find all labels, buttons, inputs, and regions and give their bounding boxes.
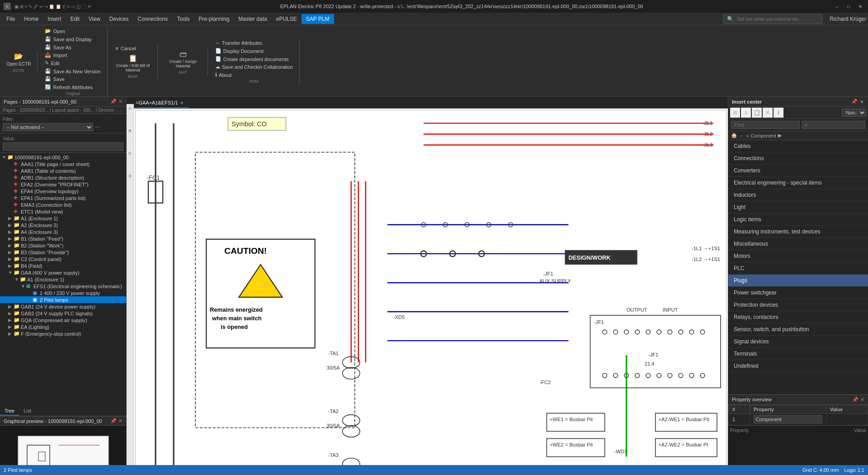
tree-item-ema3[interactable]: ✚ EMA3 (Connection list) — [0, 201, 126, 208]
filter-select[interactable]: – Not activated – — [3, 123, 93, 131]
tree-item-a1enc[interactable]: ▼ 📁 A1 (Enclosure 1) — [0, 276, 126, 283]
menu-view[interactable]: View — [84, 14, 105, 24]
nav-back-icon[interactable]: ← — [739, 133, 744, 138]
tab-gaa-efs1[interactable]: =GAA+A1&EFS1/1 ✕ — [130, 98, 189, 108]
tree-item-a1[interactable]: ▶ 📁 A1 (Enclosure 1) — [0, 215, 126, 222]
tree-item-f[interactable]: ▶ 📁 F (Emergency-stop control) — [0, 330, 126, 337]
nav-forward-icon[interactable]: ▶ — [778, 133, 782, 138]
tree-item-root[interactable]: ▼ 📁 1000098191-epl-000_00 — [0, 154, 126, 161]
category-sensor-switch[interactable]: Sensor, switch, and pushbutton — [728, 323, 868, 336]
filter-options-icon[interactable]: ⋯ — [95, 124, 100, 130]
tree-item-efs1[interactable]: ▼ ⊞ EFS1 (Electrical engineering schemat… — [0, 283, 126, 290]
tree-item-epa1[interactable]: ✚ EPA1 (Summarized parts list) — [0, 195, 126, 201]
create-dependent-button[interactable]: 📑 Create dependent documents — [212, 55, 296, 63]
preview-close-icon[interactable]: ✕ — [118, 418, 123, 424]
create-edit-bom-button[interactable]: 📋 Create / Edit Bill of Material — [112, 52, 154, 74]
edit-button[interactable]: ✎ Edit — [42, 59, 103, 67]
category-connections[interactable]: Connections — [728, 152, 868, 165]
filter-value-input[interactable] — [3, 142, 123, 151]
menu-edit[interactable]: Edit — [66, 14, 84, 24]
tree-item-b3[interactable]: ▶ 📁 B3 (Station "Provide") — [0, 249, 126, 256]
category-signal-devices[interactable]: Signal devices — [728, 336, 868, 348]
category-measuring[interactable]: Measuring instruments, test devices — [728, 226, 868, 238]
transfer-attrs-button[interactable]: ↔ Transfer Attributes — [212, 39, 296, 47]
maximize-button[interactable]: □ — [844, 2, 853, 10]
open-ectr-button[interactable]: 📂 Open ECTR — [4, 51, 33, 68]
category-electrical-engineering[interactable]: Electrical engineering - special items — [728, 177, 868, 189]
tree-item-gab1[interactable]: ▶ 📁 GAB1 (24 V device power supply) — [0, 303, 126, 310]
menu-epulse[interactable]: ePULSE — [272, 14, 302, 24]
category-cables[interactable]: Cables — [728, 140, 868, 152]
tree-item-aab1[interactable]: ✚ AAB1 (Table of contents) — [0, 167, 126, 174]
toolbar-info-btn[interactable]: ℹ — [774, 108, 783, 118]
category-protection-devices[interactable]: Protection devices — [728, 299, 868, 311]
toolbar-grid-btn[interactable]: ⊞ — [730, 108, 740, 118]
tree-item-gqa[interactable]: ▶ 📁 GQA (Compressed air supply) — [0, 317, 126, 323]
tree-item-aaa1[interactable]: ✚ AAA1 (Title page / cover sheet) — [0, 161, 126, 167]
tree-item-a2[interactable]: ▶ 📁 A2 (Enclosure 2) — [0, 222, 126, 228]
about-button[interactable]: ℹ About — [212, 71, 296, 79]
save-button[interactable]: 💾 Save — [42, 75, 103, 83]
menu-masterdata[interactable]: Master data — [234, 14, 271, 24]
category-light[interactable]: Light — [728, 201, 868, 214]
toolbar-list-btn[interactable]: ≡ — [741, 108, 751, 118]
search-box[interactable]: 🔍 — [723, 14, 822, 24]
category-inductors[interactable]: Inductors — [728, 189, 868, 201]
category-motors[interactable]: Motors — [728, 250, 868, 262]
create-assign-material-button[interactable]: 🗃 Create / Assign Material — [162, 49, 204, 70]
category-miscellaneous[interactable]: Miscellaneous — [728, 238, 868, 250]
category-plc[interactable]: PLC — [728, 262, 868, 275]
search-input[interactable] — [736, 16, 809, 22]
tab-list[interactable]: List — [19, 407, 36, 416]
tab-tree[interactable]: Tree — [0, 407, 19, 416]
tree-item-a4[interactable]: ▶ 📁 A4 (Enclosure 3) — [0, 228, 126, 235]
right-find-input[interactable] — [731, 121, 800, 129]
category-terminals[interactable]: Terminals — [728, 348, 868, 360]
tree-item-etc1[interactable]: ✚ ETC1 (Model view) — [0, 208, 126, 215]
minimize-button[interactable]: – — [833, 2, 841, 10]
category-power-switchgear[interactable]: Power switchgear — [728, 287, 868, 299]
category-converters[interactable]: Converters — [728, 165, 868, 177]
category-undefined[interactable]: Undefined — [728, 360, 868, 372]
close-button[interactable]: ✕ — [856, 2, 864, 10]
save-checkin-button[interactable]: ☁ Save and Checkin Collaboration — [212, 63, 296, 71]
open-button[interactable]: 📂 Open — [42, 27, 103, 35]
category-plugs[interactable]: Plugs — [728, 275, 868, 287]
nav-component-label[interactable]: Component — [750, 133, 776, 138]
tab-close-icon[interactable]: ✕ — [180, 100, 184, 105]
save-as-new-button[interactable]: 💾 Save As New Version — [42, 67, 103, 75]
import-button[interactable]: 📥 Import — [42, 51, 103, 59]
tree-item-page1[interactable]: ▣ 1 400 / 230 V power supply — [0, 290, 126, 296]
toolbar-copy-btn[interactable]: 📋 — [752, 108, 762, 118]
prop-overview-pin[interactable]: 📌 — [852, 397, 859, 403]
menu-connections[interactable]: Connections — [133, 14, 173, 24]
tree-item-ea[interactable]: ▶ 📁 EA (Lighting) — [0, 323, 126, 330]
insert-center-pin-icon[interactable]: 📌 — [851, 99, 858, 104]
menu-insert[interactable]: Insert — [43, 14, 66, 24]
category-relays-contactors[interactable]: Relays, contactors — [728, 311, 868, 323]
tree-item-gab2[interactable]: ▶ 📁 GAB2 (24 V supply PLC signals) — [0, 310, 126, 317]
prop-edit-component[interactable]: Component — [754, 415, 822, 423]
menu-home[interactable]: Home — [19, 14, 43, 24]
refresh-attrs-button[interactable]: 🔄 Refresh Attributes — [42, 83, 103, 91]
save-as-button[interactable]: 💾 Save As — [42, 43, 103, 51]
menu-file[interactable]: File — [2, 14, 19, 24]
schematic-canvas[interactable]: Symbol: CO -2L1 -2L2 -2L3 -FC1 — [134, 109, 728, 475]
menu-sapplm[interactable]: SAP PLM — [302, 14, 334, 24]
tree-item-adb1[interactable]: ✚ ADB1 (Structure description) — [0, 174, 126, 181]
panel-close-icon[interactable]: ✕ — [118, 99, 123, 104]
right-find-input2[interactable] — [802, 121, 865, 129]
tree-item-gaa[interactable]: ▼ 📁 GAA (400 V power supply) — [0, 269, 126, 276]
tree-item-b1[interactable]: ▶ 📁 B1 (Station "Feed") — [0, 235, 126, 242]
panel-pin-icon[interactable]: 📌 — [110, 99, 117, 104]
prop-overview-close[interactable]: ✕ — [860, 397, 864, 403]
tree-item-b4[interactable]: ▶ 📁 B4 (Field) — [0, 262, 126, 269]
tree-item-c2[interactable]: ▶ 📁 C2 (Control panel) — [0, 256, 126, 262]
display-doc-button[interactable]: 📄 Display Document — [212, 47, 296, 55]
menu-tools[interactable]: Tools — [172, 14, 194, 24]
save-display-button[interactable]: 💾 Save and Display — [42, 35, 103, 43]
nav-home-icon[interactable]: 🏠 — [731, 133, 737, 138]
insert-center-options-icon[interactable]: ▼ — [859, 99, 864, 104]
window-controls[interactable]: – □ ✕ — [833, 2, 864, 10]
tree-item-efa2[interactable]: ✚ EFA2 (Overview "PROFINET") — [0, 181, 126, 188]
